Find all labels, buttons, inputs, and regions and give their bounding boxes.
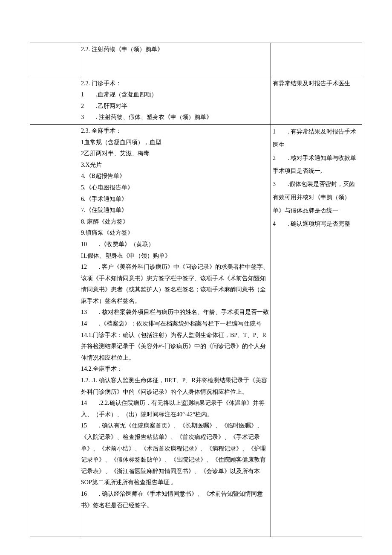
row-label-cell <box>30 77 79 124</box>
content-line: 10 .《收费单》（黄联） <box>81 239 269 250</box>
content-line: 9.镇痛泵《处方签》 <box>81 227 269 239</box>
content-line: 2乙肝两对半、艾滋、梅毒 <box>81 148 269 160</box>
row-label-cell <box>30 43 79 77</box>
content-line: 8. 麻醉《处方签》 <box>81 216 269 228</box>
content-line: I1.假体、塑身衣《申（领）购单》 <box>81 250 269 262</box>
content-line: 2 .乙肝两对半 <box>81 101 269 112</box>
content-line: 14.1.门诊手术：确认（包括注射）为客人监测生命体征，BP、T、P、R并将检测… <box>81 330 269 364</box>
content-line: 12 . 客户《美容外科门诊病历》中《问诊记录》的求美者栏中签字、该项《手术知情… <box>81 262 269 307</box>
content-line: 14 .2.2.确认住院病历，有无将以上监测结果记录于《体温单》并将入、（手术）… <box>81 398 269 420</box>
content-line: 3 . 注射药物、假体、塑身衣《申（领）购单》 <box>81 112 269 123</box>
table-row: 2.2. 门诊手术：1 .血常规（含凝血四项）2 .乙肝两对半3 . 注射药物、… <box>30 77 362 124</box>
content-line: 1血常规（含凝血四项），血型 <box>81 137 269 148</box>
remark-cell: 1 . 有异常结果及时报告手术医生2 . 核对手术通知单与收款单手术项目是否统一… <box>271 124 362 537</box>
remark-cell: 有异常结果及时报告手术医生 <box>271 77 362 124</box>
content-line: 14 .《档案袋》：依次排写在档案袋外档案号栏下一栏编写住院号 <box>81 318 269 330</box>
content-line: 2.3. 全麻手术： <box>81 125 269 137</box>
remark-cell <box>271 43 362 77</box>
content-line: 7.《住院通知单》 <box>81 205 269 216</box>
remark-line: 有异常结果及时报告手术医生 <box>273 78 360 90</box>
content-line: 2.2. 注射药物《申（领）购单》 <box>81 44 269 55</box>
content-line: 13 . 核对档案袋外项目栏与病历中的姓名、年龄、手术项目是否一致 <box>81 307 269 318</box>
remark-line: 4 . 确认逐项填写是否完整 <box>273 218 360 231</box>
content-cell: 2.2. 注射药物《申（领）购单》 <box>79 43 271 77</box>
row-label-cell <box>30 124 79 537</box>
content-line: 14.2.全麻手术： <box>81 363 269 375</box>
content-line: 1.2. .1. 确认客人监测生命体征，BP,T、P、R并将检测结果记录于《美容… <box>81 375 269 398</box>
remark-line: 3 .假体包装是否密封，灭菌有效可用并核对《申购（领）单》与假体品牌是否统一 <box>273 178 360 217</box>
content-line: 3.X光片 <box>81 160 269 171</box>
content-line: 5.《心电图报告单》 <box>81 182 269 194</box>
content-line: 6.《手术通知单》 <box>81 194 269 205</box>
content-line: 15 . 确认有无《住院病案首页》、《长期医嘱》、《临时医嘱》、《入院记录》、检… <box>81 420 269 488</box>
content-line: 1 .血常规（含凝血四项） <box>81 89 269 101</box>
content-line: 4.《B超报告单》 <box>81 171 269 182</box>
table-row: 2.2. 注射药物《申（领）购单》 <box>30 43 362 77</box>
remark-line: 2 . 核对手术通知单与收款单手术项目是否统一, <box>273 152 360 178</box>
table-row: 2.3. 全麻手术：1血常规（含凝血四项），血型2乙肝两对半、艾滋、梅毒3.X光… <box>30 124 362 537</box>
content-line: 2.2. 门诊手术： <box>81 78 269 90</box>
content-cell: 2.2. 门诊手术：1 .血常规（含凝血四项）2 .乙肝两对半3 . 注射药物、… <box>79 77 271 124</box>
remark-line: 1 . 有异常结果及时报告手术医生 <box>273 125 360 152</box>
content-cell: 2.3. 全麻手术：1血常规（含凝血四项），血型2乙肝两对半、艾滋、梅毒3.X光… <box>79 124 271 537</box>
content-line: 16 . 确认经治医师在《手术知情同意书》、《术前告知暨知情同意书》签名栏是否已… <box>81 488 269 511</box>
document-table: 2.2. 注射药物《申（领）购单》2.2. 门诊手术：1 .血常规（含凝血四项）… <box>30 43 362 537</box>
